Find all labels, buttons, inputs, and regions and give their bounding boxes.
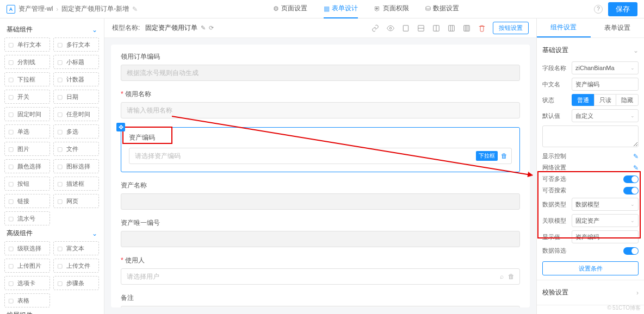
- drag-handle-icon[interactable]: ✥: [116, 123, 125, 131]
- button-set-button[interactable]: 按钮设置: [493, 22, 529, 34]
- breadcrumb-root[interactable]: 资产管理-wl: [18, 4, 53, 14]
- label-display-val: 显示值: [542, 233, 568, 241]
- field-user[interactable]: 使用人 ⌕🗑: [121, 256, 520, 285]
- comp-固定时间[interactable]: ▢固定时间: [4, 107, 50, 121]
- clear-user-icon[interactable]: 🗑: [508, 273, 515, 280]
- refresh-model-icon[interactable]: ⟳: [209, 24, 214, 32]
- comp-选项卡[interactable]: ▢选项卡: [4, 276, 50, 290]
- select-user[interactable]: [121, 268, 520, 285]
- layout-1-icon[interactable]: [401, 24, 410, 33]
- comp-小标题[interactable]: ▢小标题: [53, 55, 99, 69]
- layout-5-icon[interactable]: [462, 24, 471, 33]
- comp-分割线[interactable]: ▢分割线: [4, 55, 50, 69]
- section-basic-title[interactable]: 基础设置⌄: [542, 42, 639, 58]
- preview-icon[interactable]: [386, 24, 395, 33]
- help-icon[interactable]: ?: [594, 5, 603, 14]
- comp-链接[interactable]: ▢链接: [4, 194, 50, 208]
- label-remark: 备注: [121, 293, 520, 303]
- field-asset-name[interactable]: 资产名称: [121, 181, 520, 210]
- clear-icon[interactable]: [478, 24, 486, 33]
- select-display-val[interactable]: 资产编码⌄: [572, 230, 639, 243]
- group-extension-title[interactable]: 扩展组件⌄: [4, 307, 100, 314]
- label-user: 使用人: [121, 256, 520, 265]
- comp-流水号[interactable]: ▢流水号: [4, 211, 50, 225]
- group-basic-title[interactable]: 基础组件⌄: [4, 22, 100, 37]
- edit-model-icon[interactable]: ✎: [201, 24, 206, 32]
- field-remark[interactable]: 备注: [121, 293, 520, 307]
- input-order-name[interactable]: [121, 102, 520, 118]
- toggle-multi[interactable]: [623, 175, 639, 183]
- comp-文件[interactable]: ▢文件: [53, 142, 99, 156]
- tab-page-settings[interactable]: ⚙页面设置: [273, 0, 307, 18]
- input-cn-name[interactable]: 资产编码: [572, 78, 639, 91]
- layout-4-icon[interactable]: [447, 24, 456, 33]
- comp-描述框[interactable]: ▢描述框: [53, 177, 99, 191]
- edit-icon[interactable]: ✎: [132, 5, 138, 13]
- label-multi: 可否多选: [542, 175, 566, 183]
- label-data-filter: 数据筛选: [542, 247, 566, 255]
- select-default-val[interactable]: 自定义⌄: [572, 109, 639, 122]
- section-validate-title[interactable]: 校验设置›: [542, 285, 639, 300]
- edit-network-cfg-icon[interactable]: ✎: [633, 164, 639, 172]
- textarea-default-val[interactable]: [542, 125, 639, 147]
- group-advanced-title[interactable]: 高级组件⌄: [4, 225, 100, 241]
- field-order-name[interactable]: 领用名称: [121, 90, 520, 118]
- select-field-name[interactable]: ziChanBianMa⌄: [572, 61, 639, 74]
- comp-颜色选择[interactable]: ▢颜色选择: [4, 159, 50, 173]
- comp-多行文本[interactable]: ▢多行文本: [53, 37, 99, 52]
- input-remark[interactable]: [121, 306, 520, 307]
- rtab-component[interactable]: 组件设置: [537, 18, 591, 37]
- delete-field-icon[interactable]: 🗑: [501, 152, 507, 160]
- comp-表格[interactable]: ▢表格: [4, 293, 50, 307]
- edit-display-ctrl-icon[interactable]: ✎: [633, 153, 639, 160]
- status-readonly[interactable]: 只读: [594, 94, 616, 106]
- field-asset-code-selected[interactable]: ✥ 资产编码 下拉框 🗑: [121, 127, 520, 172]
- comp-步骤条[interactable]: ▢步骤条: [53, 276, 99, 290]
- layout-3-icon[interactable]: [432, 24, 441, 33]
- field-asset-unique[interactable]: 资产唯一编号: [121, 218, 520, 247]
- type-badge: 下拉框: [476, 151, 498, 161]
- rtab-form[interactable]: 表单设置: [591, 18, 645, 37]
- svg-rect-1: [403, 25, 408, 31]
- button-set-condition[interactable]: 设置条件: [542, 261, 639, 275]
- comp-图标选择[interactable]: ▢图标选择: [53, 159, 99, 173]
- comp-多选[interactable]: ▢多选: [53, 124, 99, 139]
- comp-日期[interactable]: ▢日期: [53, 90, 99, 104]
- label-display-ctrl: 显示控制: [542, 152, 566, 160]
- component-palette: 基础组件⌄ ▢单行文本▢多行文本▢分割线▢小标题▢下拉框▢计数器▢开关▢日期▢固…: [0, 18, 104, 314]
- toggle-search[interactable]: [623, 187, 639, 194]
- comp-网页[interactable]: ▢网页: [53, 194, 99, 208]
- layout-2-icon[interactable]: [417, 24, 425, 33]
- property-panel: 组件设置 表单设置 基础设置⌄ 字段名称ziChanBianMa⌄ 中文名资产编…: [536, 18, 644, 314]
- comp-图片[interactable]: ▢图片: [4, 142, 50, 156]
- comp-上传图片[interactable]: ▢上传图片: [4, 259, 50, 273]
- status-hidden[interactable]: 隐藏: [616, 94, 639, 106]
- comp-任意时间[interactable]: ▢任意时间: [53, 107, 99, 121]
- link-icon[interactable]: [371, 24, 380, 33]
- app-icon: A: [7, 5, 15, 14]
- select-data-type[interactable]: 数据模型⌄: [572, 198, 639, 211]
- comp-下拉框[interactable]: ▢下拉框: [4, 72, 50, 86]
- input-asset-name: [121, 193, 520, 210]
- tab-data-settings[interactable]: ⛁数据设置: [425, 0, 459, 18]
- search-user-icon[interactable]: ⌕: [500, 273, 504, 280]
- comp-开关[interactable]: ▢开关: [4, 90, 50, 104]
- comp-单行文本[interactable]: ▢单行文本: [4, 37, 50, 52]
- label-field-name: 字段名称: [542, 64, 568, 72]
- tab-page-auth[interactable]: ⛨页面权限: [374, 0, 409, 18]
- tab-form-design[interactable]: ▦表单设计: [324, 0, 358, 18]
- breadcrumb-page: 固定资产领用订单-新增: [61, 4, 129, 14]
- status-normal[interactable]: 普通: [572, 94, 594, 106]
- select-asset-code[interactable]: [129, 148, 512, 164]
- field-order-code[interactable]: 领用订单编码: [121, 52, 520, 81]
- comp-上传文件[interactable]: ▢上传文件: [53, 259, 99, 273]
- comp-单选[interactable]: ▢单选: [4, 124, 50, 139]
- toggle-data-filter[interactable]: [623, 247, 639, 255]
- comp-按钮[interactable]: ▢按钮: [4, 177, 50, 191]
- save-button[interactable]: 保存: [608, 2, 637, 16]
- comp-级联选择[interactable]: ▢级联选择: [4, 241, 50, 255]
- select-rel-model[interactable]: 固定资产⌄: [572, 214, 639, 227]
- comp-富文本[interactable]: ▢富文本: [53, 241, 99, 255]
- label-data-type: 数据类型: [542, 200, 568, 209]
- comp-计数器[interactable]: ▢计数器: [53, 72, 99, 86]
